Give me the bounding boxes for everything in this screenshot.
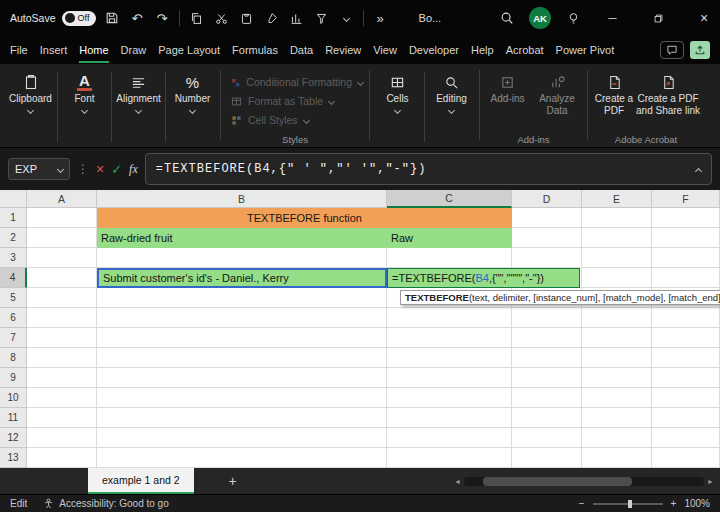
column-header-A[interactable]: A	[27, 190, 97, 208]
select-all-corner[interactable]	[0, 190, 27, 208]
menu-home[interactable]: Home	[73, 36, 114, 64]
create-pdf-button-large[interactable]: Create a PDF	[592, 69, 636, 116]
chart-button[interactable]	[288, 10, 305, 27]
row-header-1[interactable]: 1	[0, 208, 27, 228]
cells-button-large[interactable]: Cells	[374, 69, 421, 113]
confirm-entry-button[interactable]: ✓	[111, 162, 122, 177]
name-box[interactable]: EXP	[8, 158, 70, 180]
gridline-v	[581, 208, 582, 468]
menu-power-pivot[interactable]: Power Pivot	[550, 36, 621, 64]
row-header-10[interactable]: 10	[0, 388, 27, 408]
add-sheet-button[interactable]: +	[224, 473, 242, 489]
column-header-B[interactable]: B	[97, 190, 387, 208]
menu-view[interactable]: View	[367, 36, 403, 64]
addins-button-large[interactable]: Add-ins	[484, 69, 531, 105]
menu-formulas[interactable]: Formulas	[226, 36, 284, 64]
zoom-level[interactable]: 100%	[684, 498, 710, 509]
row-header-8[interactable]: 8	[0, 348, 27, 368]
number-button-large[interactable]: % Number	[169, 69, 216, 113]
alignment-button-large[interactable]: Alignment	[115, 69, 162, 113]
analyze-data-icon	[549, 74, 565, 90]
paste-button[interactable]	[238, 10, 255, 27]
format-as-table-button[interactable]: Format as Table	[231, 95, 363, 107]
redo-button[interactable]: ↷	[154, 10, 171, 27]
row-header-3[interactable]: 3	[0, 248, 27, 268]
zoom-slider[interactable]	[593, 503, 663, 505]
collapse-formula-bar-icon[interactable]	[695, 168, 702, 175]
row-header-4[interactable]: 4	[0, 268, 27, 288]
scroll-right-icon[interactable]: ►	[707, 478, 714, 485]
scroll-thumb[interactable]	[483, 477, 632, 486]
avatar[interactable]: AK	[529, 7, 551, 29]
row-header-13[interactable]: 13	[0, 448, 27, 468]
close-button[interactable]: ×	[688, 0, 720, 36]
divider	[165, 72, 166, 142]
restore-button[interactable]	[642, 0, 674, 36]
cell-C2[interactable]: Raw	[387, 228, 512, 248]
autosave-switch[interactable]: Off	[62, 11, 96, 26]
conditional-formatting-button[interactable]: Conditional Formatting	[231, 76, 363, 88]
filter-button[interactable]	[313, 10, 330, 27]
font-button-large[interactable]: A Font	[61, 69, 108, 113]
formula-input[interactable]: =TEXTBEFORE(B4,{" ' ","' '","-"})	[145, 153, 712, 185]
save-button[interactable]	[104, 10, 121, 27]
column-header-C[interactable]: C	[387, 190, 512, 208]
scroll-track[interactable]	[464, 477, 704, 486]
menu-page-layout[interactable]: Page Layout	[152, 36, 226, 64]
analyze-data-button-large[interactable]: Analyze Data	[531, 69, 583, 116]
analyze-data-label: Analyze Data	[531, 93, 583, 116]
row-header-2[interactable]: 2	[0, 228, 27, 248]
menu-draw[interactable]: Draw	[115, 36, 153, 64]
copy-button[interactable]	[188, 10, 205, 27]
zoom-out-button[interactable]: −	[579, 498, 585, 509]
undo-button[interactable]: ↶	[129, 10, 146, 27]
cell-B1[interactable]: TEXTBEFORE function	[97, 208, 512, 228]
row-header-7[interactable]: 7	[0, 328, 27, 348]
cell-styles-button[interactable]: Cell Styles	[231, 114, 363, 126]
accessibility-status[interactable]: Accessibility: Good to go	[43, 498, 169, 509]
cell-B4[interactable]: Submit customer's id's - Daniel., Kerry	[97, 268, 387, 288]
menu-acrobat[interactable]: Acrobat	[500, 36, 550, 64]
column-header-F[interactable]: F	[652, 190, 720, 208]
row-header-5[interactable]: 5	[0, 288, 27, 308]
menu-insert[interactable]: Insert	[34, 36, 74, 64]
cell-B2[interactable]: Raw-dried fruit	[97, 228, 387, 248]
minimize-button[interactable]	[596, 0, 628, 36]
share-button[interactable]	[690, 41, 710, 59]
menu-help[interactable]: Help	[465, 36, 500, 64]
column-header-E[interactable]: E	[582, 190, 652, 208]
insert-function-button[interactable]: fx	[129, 162, 138, 177]
comments-button[interactable]	[660, 41, 684, 59]
chevron-down-icon	[135, 106, 142, 113]
row-header-9[interactable]: 9	[0, 368, 27, 388]
tips-button[interactable]	[565, 10, 582, 27]
clipboard-button-large[interactable]: Clipboard	[7, 69, 54, 113]
row-header-6[interactable]: 6	[0, 308, 27, 328]
zoom-slider-thumb[interactable]	[628, 500, 632, 508]
menu-data[interactable]: Data	[284, 36, 319, 64]
scroll-left-icon[interactable]: ◄	[454, 478, 461, 485]
menu-developer[interactable]: Developer	[403, 36, 465, 64]
qat-dropdown-button[interactable]	[338, 10, 355, 27]
function-tooltip: TEXTBEFORE(text, delimiter, [instance_nu…	[400, 290, 720, 305]
cut-button[interactable]	[213, 10, 230, 27]
format-painter-button[interactable]	[263, 10, 280, 27]
qat-overflow-button[interactable]: »	[372, 10, 389, 27]
chevron-down-icon	[357, 78, 364, 85]
column-header-D[interactable]: D	[512, 190, 582, 208]
sheet-tab-active[interactable]: example 1 and 2	[88, 468, 194, 494]
search-button[interactable]	[498, 10, 515, 27]
zoom-in-button[interactable]: +	[671, 498, 677, 509]
autosave-toggle[interactable]: AutoSave Off	[10, 11, 96, 26]
cells-icon	[390, 74, 406, 90]
row-header-12[interactable]: 12	[0, 428, 27, 448]
cell-C4[interactable]: =TEXTBEFORE(B4,{"","""","-"})	[387, 268, 580, 288]
cancel-entry-button[interactable]: ×	[96, 161, 104, 177]
alignment-icon	[131, 74, 147, 90]
menu-review[interactable]: Review	[319, 36, 367, 64]
horizontal-scrollbar[interactable]: ◄ ►	[454, 476, 714, 486]
editing-button-large[interactable]: Editing	[428, 69, 475, 113]
create-pdf-share-button-large[interactable]: Create a PDF and Share link	[636, 69, 700, 116]
menu-file[interactable]: File	[4, 36, 34, 64]
row-header-11[interactable]: 11	[0, 408, 27, 428]
